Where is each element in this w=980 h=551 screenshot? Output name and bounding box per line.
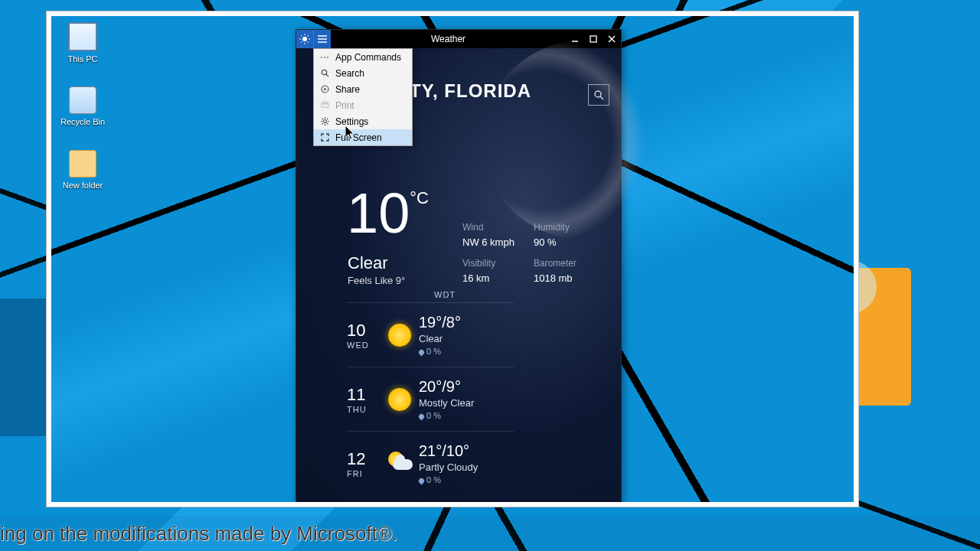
svg-line-29 xyxy=(322,119,322,119)
window-title: Weather xyxy=(331,30,566,48)
recycle-bin-icon xyxy=(69,86,96,114)
search-icon xyxy=(593,90,604,100)
svg-line-30 xyxy=(327,123,328,124)
menu-item-settings[interactable]: Settings xyxy=(314,113,412,129)
barometer-value: 1018 mb xyxy=(534,272,573,284)
svg-point-24 xyxy=(323,120,326,123)
print-icon xyxy=(318,101,331,109)
forecast-precip: 0 % xyxy=(426,347,441,356)
temperature: 10°C xyxy=(347,181,429,246)
wind-label: Wind xyxy=(462,222,483,233)
desktop-icon-new-folder[interactable]: New folder xyxy=(56,150,109,190)
svg-line-7 xyxy=(301,42,302,44)
hamburger-menu-button[interactable] xyxy=(313,30,331,48)
svg-point-18 xyxy=(322,70,326,74)
app-icon[interactable] xyxy=(296,30,313,48)
forecast-temp: 20°/9° xyxy=(419,378,474,396)
svg-line-31 xyxy=(322,123,322,124)
temperature-value: 10 xyxy=(347,181,410,245)
forecast-day: WED xyxy=(347,341,381,350)
menu-item-label: Share xyxy=(335,84,360,95)
svg-point-0 xyxy=(302,37,307,41)
folder-icon xyxy=(69,150,96,178)
forecast-list: 10WED 19°/8°Clear0 % 11THU 20°/9°Mostly … xyxy=(347,302,514,495)
search-icon xyxy=(318,69,331,77)
menu-item-label: Settings xyxy=(335,116,368,127)
monitor-frame: This PC Recycle Bin New folder Weather xyxy=(46,11,859,507)
weather-window: Weather CITY, FLORIDA ER 10°C Clear Feel… xyxy=(296,29,622,502)
humidity-label: Humidity xyxy=(534,222,570,233)
feels-like: Feels Like 9° xyxy=(348,275,405,286)
visibility-value: 16 km xyxy=(462,272,489,284)
menu-item-label: Print xyxy=(335,100,354,111)
more-icon: ⋯ xyxy=(318,52,331,63)
forecast-date: 10 xyxy=(347,321,381,341)
sun-icon xyxy=(381,388,419,411)
desktop-icon-label: New folder xyxy=(56,181,109,190)
desktop-icon-recycle-bin[interactable]: Recycle Bin xyxy=(56,86,109,126)
menu-item-label: App Commands xyxy=(335,52,401,63)
wdt-label: WDT xyxy=(434,290,456,299)
settings-icon xyxy=(318,117,331,126)
svg-line-5 xyxy=(301,35,302,37)
forecast-cond: Mostly Clear xyxy=(419,397,474,409)
svg-line-8 xyxy=(308,35,309,37)
forecast-row[interactable]: 11THU 20°/9°Mostly Clear0 % xyxy=(347,367,514,431)
computer-icon xyxy=(68,22,97,51)
visibility-label: Visibility xyxy=(462,258,495,269)
sun-icon xyxy=(381,324,419,347)
svg-line-6 xyxy=(308,42,309,44)
menu-item-app-commands[interactable]: ⋯ App Commands xyxy=(314,49,412,65)
drop-icon xyxy=(418,348,426,356)
video-caption: ing on the modifications made by Microso… xyxy=(0,516,980,551)
forecast-day: THU xyxy=(347,405,381,414)
svg-point-16 xyxy=(595,91,601,97)
humidity-value: 90 % xyxy=(534,236,557,248)
desktop[interactable]: This PC Recycle Bin New folder Weather xyxy=(51,16,854,502)
forecast-date: 11 xyxy=(347,385,381,405)
forecast-row[interactable]: 10WED 19°/8°Clear0 % xyxy=(347,302,514,367)
svg-point-21 xyxy=(324,88,326,90)
desktop-icon-this-pc[interactable]: This PC xyxy=(56,22,109,64)
forecast-cond: Partly Cloudy xyxy=(419,461,478,473)
moon-graphic xyxy=(483,41,682,240)
menu-item-full-screen[interactable]: Full Screen xyxy=(314,129,412,145)
app-menu: ⋯ App Commands Search Share Print xyxy=(313,48,413,146)
caption-text: ing on the modifications made by Microso… xyxy=(0,522,397,546)
menu-item-search[interactable]: Search xyxy=(314,65,412,81)
svg-line-19 xyxy=(326,74,328,77)
barometer-label: Barometer xyxy=(534,258,577,269)
fullscreen-icon xyxy=(318,133,331,142)
forecast-row[interactable]: 12FRI 21°/10°Partly Cloudy0 % xyxy=(347,431,514,495)
forecast-day: FRI xyxy=(347,469,381,478)
forecast-precip: 0 % xyxy=(426,411,441,420)
menu-item-print: Print xyxy=(314,97,412,113)
svg-line-17 xyxy=(600,96,603,99)
forecast-date: 12 xyxy=(347,449,381,469)
drop-icon xyxy=(418,477,426,484)
forecast-temp: 19°/8° xyxy=(419,314,461,331)
search-button[interactable] xyxy=(588,84,609,106)
desktop-icon-label: This PC xyxy=(56,54,109,64)
svg-line-32 xyxy=(327,119,328,119)
share-icon xyxy=(318,85,331,93)
menu-item-label: Search xyxy=(335,68,364,79)
forecast-precip: 0 % xyxy=(426,475,441,484)
drop-icon xyxy=(418,412,426,420)
wind-value: NW 6 kmph xyxy=(462,236,514,248)
menu-item-share[interactable]: Share xyxy=(314,81,412,97)
forecast-temp: 21°/10° xyxy=(419,442,478,460)
partly-cloudy-icon xyxy=(381,456,419,471)
condition: Clear xyxy=(348,253,388,273)
forecast-cond: Clear xyxy=(419,333,461,344)
temperature-unit: °C xyxy=(410,188,429,207)
menu-item-label: Full Screen xyxy=(335,132,382,143)
desktop-icon-label: Recycle Bin xyxy=(56,117,109,126)
